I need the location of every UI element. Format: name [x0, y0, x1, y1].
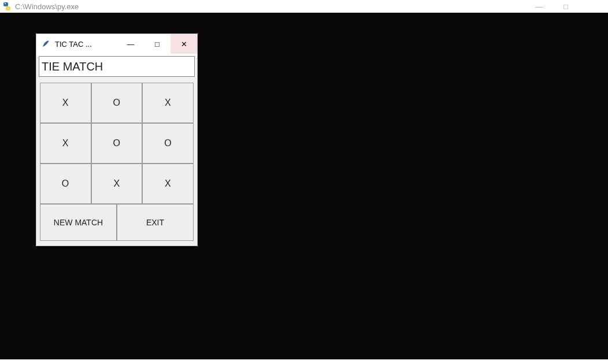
- action-buttons: NEW MATCH EXIT: [36, 204, 197, 246]
- status-text: TIE MATCH: [42, 60, 103, 73]
- board-cell-1-0[interactable]: X: [40, 123, 91, 164]
- board-cell-0-0[interactable]: X: [40, 83, 91, 123]
- cell-mark: X: [113, 179, 120, 189]
- board-cell-2-2[interactable]: X: [142, 164, 194, 204]
- minimize-icon: —: [127, 40, 135, 49]
- tk-maximize-button[interactable]: □: [144, 34, 170, 54]
- cell-mark: X: [62, 138, 69, 148]
- tk-close-button[interactable]: ✕: [170, 34, 197, 54]
- game-board: X O X X O O O X X: [36, 83, 197, 204]
- python-icon: [2, 2, 12, 11]
- board-cell-1-2[interactable]: O: [142, 123, 194, 164]
- status-entry[interactable]: TIE MATCH: [39, 56, 195, 77]
- board-cell-2-1[interactable]: X: [91, 164, 143, 204]
- console-title: C:\Windows\py.exe: [15, 2, 79, 11]
- tk-window-body: TIE MATCH X O X X O O O X X NEW MATCH EX…: [36, 56, 197, 246]
- cell-mark: O: [113, 138, 121, 148]
- console-maximize-button[interactable]: □: [553, 0, 579, 13]
- board-cell-2-0[interactable]: O: [40, 164, 91, 204]
- board-cell-1-1[interactable]: O: [91, 123, 143, 164]
- cell-mark: X: [62, 98, 69, 108]
- cell-mark: O: [113, 98, 121, 108]
- tk-minimize-button[interactable]: —: [117, 34, 144, 54]
- console-window-controls: — □ ✕: [526, 0, 606, 13]
- exit-button[interactable]: EXIT: [117, 204, 194, 241]
- svg-rect-0: [3, 2, 8, 6]
- exit-label: EXIT: [146, 218, 164, 227]
- console-titlebar: C:\Windows\py.exe — □ ✕: [0, 0, 608, 13]
- new-match-button[interactable]: NEW MATCH: [40, 204, 117, 241]
- cell-mark: O: [164, 138, 172, 148]
- tk-feather-icon: [41, 39, 50, 49]
- board-cell-0-2[interactable]: X: [142, 83, 194, 123]
- svg-point-2: [5, 3, 6, 4]
- tk-window-title: TIC TAC ...: [55, 40, 92, 49]
- tk-title-area: TIC TAC ...: [36, 34, 117, 54]
- tic-tac-toe-window: TIC TAC ... — □ ✕ TIE MATCH X O X X O O …: [36, 34, 198, 246]
- board-cell-0-1[interactable]: O: [91, 83, 143, 123]
- minimize-icon: —: [536, 2, 543, 11]
- cell-mark: X: [165, 179, 171, 189]
- svg-rect-1: [6, 6, 10, 10]
- cell-mark: O: [62, 179, 69, 189]
- new-match-label: NEW MATCH: [54, 218, 103, 227]
- maximize-icon: □: [155, 40, 160, 49]
- console-minimize-button[interactable]: —: [526, 0, 553, 13]
- maximize-icon: □: [563, 2, 568, 11]
- close-icon: ✕: [181, 40, 187, 49]
- tk-window-controls: — □ ✕: [117, 34, 197, 54]
- cell-mark: X: [165, 98, 171, 108]
- svg-point-3: [8, 8, 9, 9]
- tk-titlebar[interactable]: TIC TAC ... — □ ✕: [36, 34, 197, 54]
